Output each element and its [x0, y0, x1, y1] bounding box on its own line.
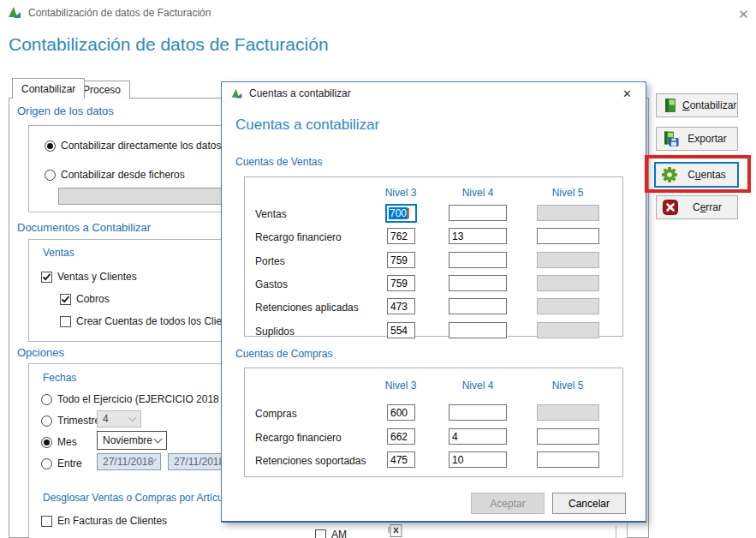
cerrar-button[interactable]: Cerrar	[656, 195, 738, 219]
ventas-nivel4-input[interactable]	[449, 205, 507, 221]
row-label: Retenciones aplicadas	[255, 302, 384, 314]
recargo-compras-nivel4-input[interactable]	[449, 428, 507, 445]
green-book-icon	[662, 97, 679, 114]
selected-value: 27/11/2018	[103, 456, 153, 468]
compras-nivel4-input[interactable]	[449, 404, 507, 421]
exportar-button[interactable]: Exportar	[656, 127, 738, 151]
mes-select[interactable]: Noviembre	[97, 431, 167, 450]
radio-icon	[41, 415, 52, 427]
radio-contabilizar-directamente[interactable]: Contabilizar directamente los datos de C	[45, 140, 246, 152]
checkbox-label: Cobros	[76, 293, 110, 305]
checkbox-crear-cuentas[interactable]: Crear Cuentas de todos los Clientes	[60, 315, 241, 327]
checkbox-checked-icon	[41, 272, 52, 283]
retenciones-nivel5-input-disabled	[537, 298, 599, 314]
dialog-titlebar: Cuentas a contabilizar	[222, 82, 646, 105]
recargo-compras-nivel5-input[interactable]	[537, 428, 599, 445]
retenciones-soportadas-nivel4-input[interactable]	[449, 451, 507, 468]
recargo-nivel3-input[interactable]	[387, 228, 415, 244]
compras-table-label: Cuentas de Compras	[235, 348, 332, 360]
col-header-nivel4: Nivel 4	[452, 380, 503, 392]
groupbox-edge-line	[616, 526, 616, 538]
radio-trimestre[interactable]: Trimestre	[41, 415, 100, 427]
row-label: Ventas	[255, 208, 384, 220]
opciones-section-title: Opciones	[17, 346, 64, 359]
ventas-nivel3-input[interactable]: 700	[385, 204, 417, 223]
radio-label: Entre	[57, 457, 82, 469]
red-x-icon	[662, 199, 679, 216]
recargo-compras-nivel3-input[interactable]	[387, 428, 415, 445]
window-close-icon[interactable]: ✕	[733, 5, 754, 24]
checkbox-cobros[interactable]: Cobros	[60, 293, 110, 305]
suplidos-nivel5-input-disabled	[537, 322, 599, 338]
compras-nivel3-input[interactable]	[387, 404, 415, 421]
col-header-nivel5: Nivel 5	[542, 380, 593, 392]
fechas-group-label: Fechas	[43, 372, 76, 384]
recargo-nivel4-input[interactable]	[449, 228, 507, 244]
app-logo-icon	[7, 5, 22, 21]
radio-todo-ejercicio[interactable]: Todo el Ejercicio (EJERCICIO 2018 NO S	[41, 393, 247, 405]
row-label: Suplidos	[255, 326, 384, 338]
checkbox-unchecked-icon	[41, 516, 52, 527]
recargo-nivel5-input[interactable]	[537, 228, 599, 244]
selected-value: 4	[103, 413, 109, 425]
button-label: Exportar	[682, 133, 732, 145]
selected-value: 27/11/2018	[174, 456, 224, 468]
desglosar-group-label: Desglosar Ventas o Compras por Artícul	[43, 492, 225, 504]
gastos-nivel3-input[interactable]	[387, 275, 415, 291]
contabilizar-button[interactable]: Contabilizar	[656, 93, 738, 117]
gear-icon	[661, 166, 678, 183]
checkbox-unchecked-icon	[60, 316, 71, 327]
radio-label: Todo el Ejercicio (EJERCICIO 2018 NO S	[57, 393, 247, 405]
aceptar-button[interactable]: Aceptar	[471, 493, 545, 514]
origen-section-title: Origen de los datos	[17, 105, 114, 117]
suplidos-nivel4-input[interactable]	[449, 322, 507, 338]
ventas-nivel5-input-disabled	[537, 205, 599, 221]
radio-selected-icon	[41, 437, 52, 448]
gastos-nivel4-input[interactable]	[449, 275, 507, 291]
retenciones-nivel3-input[interactable]	[387, 298, 415, 314]
cancelar-button[interactable]: Cancelar	[552, 493, 626, 514]
retenciones-soportadas-nivel5-input[interactable]	[537, 451, 599, 468]
radio-label: Contabilizar directamente los datos de C	[61, 140, 246, 152]
radio-label: Contabilizar desde ficheros	[61, 169, 185, 181]
radio-contabilizar-ficheros[interactable]: Contabilizar desde ficheros	[45, 169, 185, 181]
retenciones-nivel4-input[interactable]	[449, 298, 507, 314]
main-titlebar: Contabilización de datos de Facturación	[0, 0, 756, 26]
dialog-close-icon[interactable]: ✕	[619, 87, 635, 101]
checkbox-label: Crear Cuentas de todos los Clientes	[76, 315, 241, 327]
checkbox-label: En Facturas de Clientes	[57, 515, 167, 527]
ventas-groupbox: Nivel 3 Nivel 4 Nivel 5 Ventas 700 Recar…	[244, 176, 623, 337]
compras-nivel5-input-disabled	[537, 404, 599, 421]
button-label: Contabilizar	[682, 99, 736, 111]
page-title: Contabilización de datos de Facturación	[9, 34, 329, 55]
app-window: Contabilización de datos de Facturación …	[0, 0, 756, 538]
retenciones-soportadas-nivel3-input[interactable]	[387, 451, 415, 468]
suplidos-nivel3-input[interactable]	[387, 322, 415, 338]
trimestre-select[interactable]: 4	[97, 410, 141, 427]
portes-nivel3-input[interactable]	[387, 252, 415, 268]
cuentas-button[interactable]: Cuentas	[654, 162, 739, 188]
row-label: Recargo financiero	[255, 231, 384, 243]
cuentas-dialog: Cuentas a contabilizar ✕ Cuentas a conta…	[221, 81, 646, 523]
dialog-title: Cuentas a contabilizar	[249, 87, 351, 99]
checkbox-ventas-clientes[interactable]: Ventas y Clientes	[41, 271, 137, 283]
button-label: Cuentas	[682, 169, 732, 181]
col-header-nivel5: Nivel 5	[542, 187, 593, 199]
radio-icon	[45, 170, 56, 181]
checkbox-en-facturas[interactable]: En Facturas de Clientes	[41, 515, 167, 527]
documentos-section-title: Documentos a Contabilizar	[17, 221, 151, 234]
radio-entre[interactable]: Entre	[41, 457, 82, 469]
checkbox-am[interactable]: AM	[315, 529, 347, 538]
radio-mes[interactable]: Mes	[41, 436, 77, 448]
row-label: Retenciones soportadas	[255, 455, 384, 467]
fecha-inicio-datepicker[interactable]: 27/11/2018	[97, 453, 161, 470]
tab-contabilizar[interactable]: Contabilizar	[12, 78, 85, 99]
radio-label: Trimestre	[57, 415, 100, 427]
row-label: Recargo financiero	[255, 432, 384, 444]
row-label: Portes	[255, 255, 384, 267]
radio-label: Mes	[57, 436, 77, 448]
ventas-table-label: Cuentas de Ventas	[235, 156, 322, 168]
portes-nivel5-input-disabled	[537, 252, 599, 268]
radio-icon	[41, 394, 52, 405]
portes-nivel4-input[interactable]	[449, 252, 507, 268]
